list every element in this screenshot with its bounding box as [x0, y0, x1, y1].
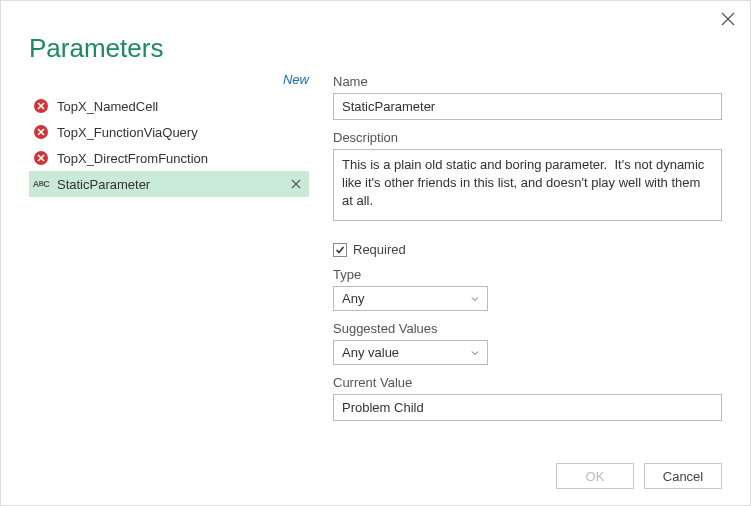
text-type-icon: ABC: [33, 176, 49, 192]
delete-icon[interactable]: [289, 177, 303, 191]
error-icon: [33, 124, 49, 140]
suggested-values-dropdown[interactable]: Any value: [333, 340, 488, 365]
name-input[interactable]: [333, 93, 722, 120]
type-dropdown[interactable]: Any: [333, 286, 488, 311]
close-icon[interactable]: [720, 11, 736, 30]
type-value: Any: [342, 291, 364, 306]
cancel-button[interactable]: Cancel: [644, 463, 722, 489]
parameter-list: TopX_NamedCell TopX_FunctionViaQuery Top…: [29, 93, 309, 197]
suggested-value: Any value: [342, 345, 399, 360]
list-item[interactable]: TopX_FunctionViaQuery: [29, 119, 309, 145]
parameters-dialog: Parameters New TopX_NamedCell TopX_Funct…: [0, 0, 751, 506]
new-parameter-link[interactable]: New: [29, 72, 309, 87]
error-icon: [33, 98, 49, 114]
ok-button[interactable]: OK: [556, 463, 634, 489]
description-label: Description: [333, 130, 722, 145]
required-checkbox[interactable]: [333, 243, 347, 257]
dialog-footer: OK Cancel: [556, 463, 722, 489]
name-label: Name: [333, 74, 722, 89]
parameter-label: TopX_FunctionViaQuery: [57, 125, 281, 140]
chevron-down-icon: [471, 349, 479, 357]
list-item[interactable]: TopX_NamedCell: [29, 93, 309, 119]
chevron-down-icon: [471, 295, 479, 303]
parameter-label: TopX_NamedCell: [57, 99, 281, 114]
required-label: Required: [353, 242, 406, 257]
current-value-input[interactable]: [333, 394, 722, 421]
error-icon: [33, 150, 49, 166]
list-item[interactable]: TopX_DirectFromFunction: [29, 145, 309, 171]
current-value-label: Current Value: [333, 375, 722, 390]
parameter-form: Name Description Required Type Any Sugge…: [333, 72, 722, 421]
parameter-label: StaticParameter: [57, 177, 281, 192]
description-input[interactable]: [333, 149, 722, 221]
parameter-label: TopX_DirectFromFunction: [57, 151, 281, 166]
suggested-values-label: Suggested Values: [333, 321, 722, 336]
list-item[interactable]: ABC StaticParameter: [29, 171, 309, 197]
type-label: Type: [333, 267, 722, 282]
dialog-title: Parameters: [29, 33, 722, 64]
parameter-list-panel: New TopX_NamedCell TopX_FunctionViaQuery: [29, 72, 309, 421]
